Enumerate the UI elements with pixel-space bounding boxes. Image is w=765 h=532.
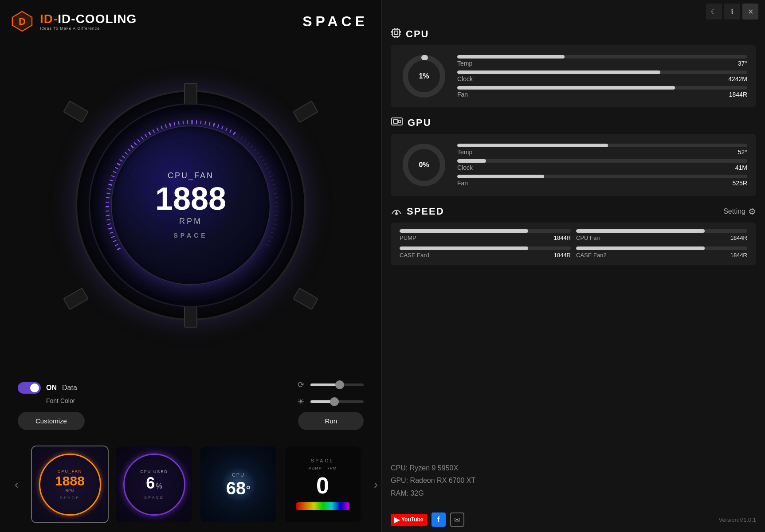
- prev-arrow[interactable]: ‹: [9, 477, 24, 492]
- gear-notch-bl: [63, 287, 89, 310]
- gpu-fan-value: 525R: [733, 180, 747, 187]
- gpu-stats: Temp 52° Clock 41M Fan 525R: [457, 144, 747, 187]
- svg-line-30: [137, 139, 140, 142]
- svg-line-76: [274, 219, 278, 220]
- svg-line-80: [270, 236, 273, 238]
- svg-line-16: [106, 193, 110, 193]
- svg-text:D: D: [19, 16, 26, 27]
- next-arrow[interactable]: ›: [368, 477, 384, 492]
- facebook-icon[interactable]: f: [432, 512, 446, 527]
- version-text: Version:V1.0.1: [718, 516, 756, 523]
- speed-slider-row: ⟳: [295, 380, 364, 390]
- speed-grid: PUMP 1844R CPU Fan 1844R CASE Fan1 184: [400, 229, 747, 258]
- toggle-group: ON Data Font Color: [18, 382, 77, 404]
- brightness-slider[interactable]: [310, 400, 364, 403]
- cpu-stats: Temp 37° Clock 4242M Fan 1844R: [457, 55, 747, 98]
- cpu-section: CPU 1% Temp 37°: [382, 23, 765, 112]
- speed-slider[interactable]: [310, 383, 364, 386]
- gpu-card: 0% Temp 52° Clock 41M: [391, 134, 756, 196]
- svg-line-24: [119, 159, 122, 161]
- svg-rect-84: [394, 31, 398, 35]
- social-icons: ▶ YouTube f ✉: [391, 512, 464, 527]
- gpu-usage-label: 0%: [419, 161, 429, 169]
- thumb-item-3[interactable]: CPU 68°: [200, 446, 277, 523]
- setting-button[interactable]: Setting ⚙: [723, 206, 756, 217]
- gear-notch-tl: [63, 100, 89, 123]
- gear-notch-br: [293, 287, 318, 310]
- gpu-temp-value: 52°: [738, 149, 747, 156]
- svg-line-82: [266, 244, 269, 246]
- run-button[interactable]: Run: [298, 412, 364, 430]
- cpu-fan-value: 1844R: [729, 91, 747, 98]
- svg-line-55: [241, 137, 243, 139]
- svg-line-79: [271, 232, 275, 233]
- cpu-icon: [391, 27, 401, 41]
- gpu-section-header: GPU: [391, 116, 756, 129]
- svg-line-51: [226, 127, 227, 130]
- svg-line-53: [234, 132, 235, 135]
- thumb-item-4[interactable]: SPACE PUMP RPM 0: [284, 446, 361, 523]
- dial-container: CPU_FAN 1888 RPM SPACE: [0, 30, 381, 380]
- controls-row1: ON Data Font Color ⟳ ☀: [18, 380, 364, 407]
- gpu-clock-value: 41M: [735, 164, 747, 171]
- cpu-fan-row: Fan 1844R: [457, 86, 747, 98]
- svg-line-78: [272, 228, 276, 229]
- svg-line-71: [275, 197, 278, 198]
- toggle-switch[interactable]: [18, 382, 41, 394]
- sliders-group: ⟳ ☀: [295, 380, 364, 407]
- email-icon[interactable]: ✉: [450, 512, 464, 527]
- controls-area: ON Data Font Color ⟳ ☀: [0, 380, 381, 439]
- svg-line-36: [161, 125, 162, 129]
- svg-line-52: [230, 129, 231, 133]
- cpu-card: 1% Temp 37° Clock 4242M: [391, 45, 756, 107]
- svg-line-54: [237, 134, 239, 137]
- svg-line-47: [209, 122, 210, 125]
- svg-line-38: [170, 123, 171, 126]
- moon-button[interactable]: ☾: [706, 4, 722, 20]
- svg-rect-83: [392, 29, 400, 36]
- speed-item-casefan1: CASE Fan1 1844R: [400, 246, 571, 258]
- svg-line-57: [247, 142, 250, 145]
- pump-label: PUMP: [400, 235, 416, 241]
- svg-line-27: [128, 149, 130, 151]
- svg-line-67: [271, 180, 275, 180]
- svg-line-50: [222, 125, 223, 129]
- cpu-info-value: Ryzen 9 5950X: [410, 464, 458, 472]
- space-title: SPACE: [302, 13, 368, 30]
- cpu-clock-label: Clock: [457, 75, 473, 82]
- svg-line-25: [122, 156, 125, 158]
- controls-row2: Customize Run: [18, 412, 364, 430]
- logo-name: ID-ID-COOLING: [40, 12, 137, 26]
- window-controls: ☾ ℹ ✕: [382, 0, 765, 23]
- cpufan-label: CPU Fan: [576, 235, 600, 241]
- info-button[interactable]: ℹ: [724, 4, 740, 20]
- svg-line-58: [251, 145, 253, 148]
- svg-line-5: [113, 240, 116, 242]
- speed-section: SPEED Setting ⚙ PUMP 1844R C: [382, 200, 765, 455]
- thumb-item-1[interactable]: CPU_FAN 1888 RPM SPACE: [31, 446, 109, 523]
- svg-line-40: [178, 121, 179, 125]
- ram-info-label: RAM:: [391, 489, 408, 497]
- svg-line-37: [165, 124, 166, 128]
- thumb-item-2[interactable]: CPU USED 6 % SPACE: [115, 446, 193, 523]
- close-button[interactable]: ✕: [742, 4, 758, 20]
- customize-button[interactable]: Customize: [18, 412, 85, 430]
- gpu-info-value: Radeon RX 6700 XT: [410, 477, 476, 484]
- ram-info-line: RAM: 32G: [391, 487, 756, 500]
- gpu-donut: 0%: [400, 141, 448, 189]
- youtube-badge[interactable]: ▶ YouTube: [391, 514, 427, 526]
- left-panel: D ID-ID-COOLING Ideas To Make A Differen…: [0, 0, 381, 532]
- svg-line-81: [268, 240, 271, 242]
- dial-inner: CPU_FAN 1888 RPM SPACE: [111, 125, 271, 285]
- svg-line-3: [117, 248, 120, 250]
- svg-line-39: [174, 122, 175, 125]
- speed-card: PUMP 1844R CPU Fan 1844R CASE Fan1 184: [391, 223, 756, 265]
- speed-item-cpufan: CPU Fan 1844R: [576, 229, 747, 241]
- toggle-state-label: ON: [46, 384, 57, 392]
- svg-line-59: [254, 149, 256, 151]
- font-color-label: Font Color: [46, 397, 77, 404]
- sys-info: CPU: Ryzen 9 5950X GPU: Radeon RX 6700 X…: [382, 455, 765, 507]
- cpu-temp-row: Temp 37°: [457, 55, 747, 67]
- gpu-temp-row: Temp 52°: [457, 144, 747, 156]
- speed-title-group: SPEED: [391, 205, 444, 218]
